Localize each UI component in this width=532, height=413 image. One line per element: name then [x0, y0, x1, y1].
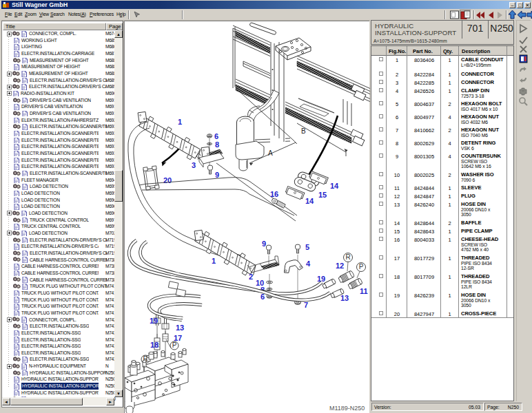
svg-text:19: 19: [150, 317, 158, 325]
svg-text:20: 20: [163, 176, 172, 184]
svg-text:M1189-N250: M1189-N250: [329, 405, 365, 412]
svg-text:13: 13: [176, 324, 184, 332]
svg-text:7: 7: [304, 301, 308, 309]
svg-text:9: 9: [262, 240, 266, 248]
svg-text:4: 4: [306, 260, 311, 268]
svg-text:18: 18: [150, 341, 158, 349]
svg-text:19: 19: [317, 275, 325, 283]
svg-text:13: 13: [340, 294, 349, 302]
svg-text:5: 5: [305, 243, 309, 251]
svg-text:B: B: [301, 127, 306, 135]
svg-text:12: 12: [336, 262, 344, 270]
svg-text:R: R: [345, 253, 350, 261]
svg-text:3: 3: [192, 161, 196, 169]
svg-text:8: 8: [215, 140, 219, 149]
svg-text:16: 16: [270, 190, 278, 198]
svg-text:A: A: [268, 149, 273, 157]
svg-text:6: 6: [214, 132, 218, 140]
svg-text:14: 14: [305, 197, 314, 205]
svg-text:2: 2: [249, 273, 253, 281]
svg-text:P: P: [359, 263, 364, 271]
svg-text:9: 9: [215, 171, 219, 179]
svg-text:15: 15: [318, 191, 327, 199]
svg-text:P: P: [172, 341, 177, 349]
svg-text:11: 11: [360, 287, 368, 295]
svg-text:1: 1: [178, 118, 182, 126]
svg-text:14: 14: [330, 182, 339, 190]
svg-text:1: 1: [212, 257, 216, 265]
